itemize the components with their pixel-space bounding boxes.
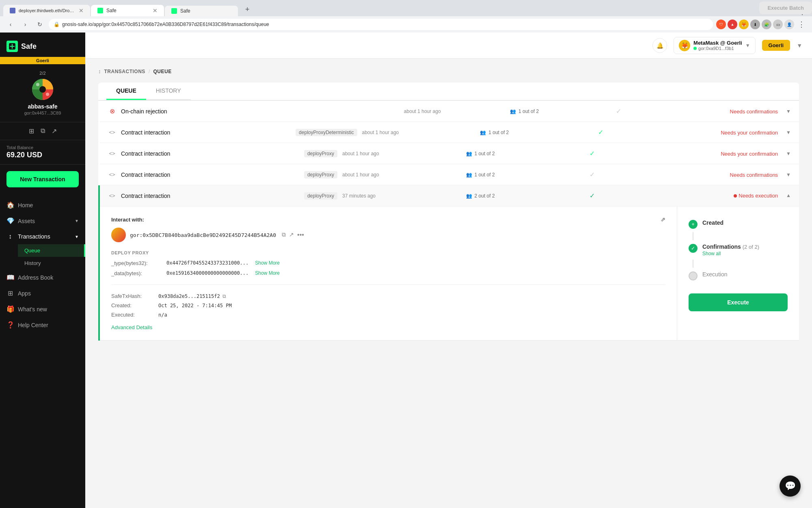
table-row[interactable]: <> Contract interaction deployProxy 37 m… bbox=[100, 185, 799, 206]
chat-fab-button[interactable]: 💬 bbox=[780, 475, 801, 497]
transaction-list: ⊗ On-chain rejection about 1 hour ago 👥 … bbox=[98, 101, 799, 341]
tab-queue[interactable]: QUEUE bbox=[106, 82, 146, 100]
tx-chevron-2[interactable]: ▼ bbox=[786, 130, 791, 135]
refresh-btn[interactable]: ↻ bbox=[34, 19, 45, 30]
sidebar-item-queue[interactable]: Queue bbox=[18, 244, 85, 257]
execute-button[interactable]: Execute bbox=[689, 293, 788, 311]
timeline-line-2 bbox=[693, 260, 693, 268]
show-more-2[interactable]: Show More bbox=[255, 270, 280, 276]
tx-method-2: deployProxyDeterministic bbox=[296, 129, 357, 136]
sidebar-item-help[interactable]: ❓ Help Center bbox=[0, 317, 85, 333]
confirmations-count: (2 of 2) bbox=[743, 244, 759, 250]
copy-contract-icon[interactable]: ⧉ bbox=[282, 231, 286, 239]
assets-icon: 💎 bbox=[6, 217, 14, 225]
brave-shield-icon[interactable]: 🛡 bbox=[716, 20, 726, 29]
sidebar-item-apps[interactable]: ⊞ Apps bbox=[0, 285, 85, 301]
network-chevron-icon[interactable]: ▼ bbox=[797, 42, 802, 49]
safe-logo-text: Safe bbox=[21, 42, 37, 51]
metamask-fox-icon[interactable]: 🦊 bbox=[739, 20, 749, 29]
puzzle-icon[interactable]: 🧩 bbox=[762, 20, 771, 29]
transactions-icon: ↕ bbox=[6, 233, 14, 240]
new-tab-btn[interactable]: + bbox=[239, 3, 256, 16]
tx-row-wrapper-5: <> Contract interaction deployProxy 37 m… bbox=[98, 185, 799, 341]
browser-tab-3[interactable]: Safe bbox=[165, 6, 238, 16]
browser-tab-1[interactable]: deployer.thirdweb.eth/DropERC721 ✕ bbox=[3, 5, 90, 16]
share-icon[interactable]: ⇗ bbox=[661, 216, 665, 223]
timeline: + Created ✓ bbox=[689, 216, 788, 284]
tx-method-3: deployProxy bbox=[304, 150, 337, 157]
tx-chevron-4[interactable]: ▼ bbox=[786, 172, 791, 178]
download-icon[interactable]: ⬇ bbox=[750, 20, 760, 29]
address-book-icon: 📖 bbox=[6, 274, 14, 281]
timeline-execution: Execution bbox=[689, 268, 788, 284]
address-bar[interactable]: 🔒 gnosis-safe.io/app/gor:0x44570c8517066… bbox=[49, 19, 713, 30]
created-timeline-label: Created bbox=[702, 219, 723, 226]
more-browser-btn[interactable]: ⋮ bbox=[796, 19, 807, 30]
status-dot bbox=[734, 194, 737, 198]
table-row[interactable]: <> Contract interaction deployProxyDeter… bbox=[100, 122, 799, 143]
tx-chevron-3[interactable]: ▼ bbox=[786, 151, 791, 156]
timeline-created: + Created bbox=[689, 216, 788, 232]
sidebar-item-assets[interactable]: 💎 Assets ▼ bbox=[0, 213, 85, 229]
cast-icon[interactable]: ▭ bbox=[773, 20, 783, 29]
breadcrumb: ↕ TRANSACTIONS / QUEUE bbox=[98, 68, 799, 74]
gift-icon: 🎁 bbox=[6, 305, 14, 313]
show-more-1[interactable]: Show More bbox=[255, 260, 280, 266]
safe-logo-icon bbox=[6, 41, 18, 52]
execute-batch-button[interactable]: Execute Batch bbox=[759, 2, 812, 14]
sidebar-item-address-book[interactable]: 📖 Address Book bbox=[0, 269, 85, 285]
svg-point-7 bbox=[46, 93, 49, 96]
wallet-name: MetaMask @ Goerli bbox=[693, 40, 742, 46]
help-icon: ❓ bbox=[6, 321, 14, 329]
brave-ext-icon[interactable]: ▲ bbox=[728, 20, 737, 29]
safe-tx-hash-label: SafeTxHash: bbox=[111, 293, 152, 299]
account-icon[interactable]: 👤 bbox=[784, 20, 794, 29]
back-btn[interactable]: ‹ bbox=[5, 19, 16, 30]
copy-hash-icon[interactable]: ⧉ bbox=[222, 293, 226, 299]
wallet-info[interactable]: 🦊 MetaMask @ Goerli gor:0xa9D1...f3b1 ▼ bbox=[674, 37, 756, 54]
forward-btn[interactable]: › bbox=[19, 19, 31, 30]
field-value-2: 0xe1591634000000000000000... bbox=[166, 270, 248, 276]
sidebar-item-home[interactable]: 🏠 Home bbox=[0, 197, 85, 213]
more-options-icon[interactable]: ••• bbox=[297, 231, 304, 239]
assets-label: Assets bbox=[18, 218, 35, 224]
created-value: Oct 25, 2022 - 7:14:45 PM bbox=[158, 302, 232, 308]
sidebar-item-history[interactable]: History bbox=[18, 257, 85, 269]
tx-chevron-1[interactable]: ▼ bbox=[786, 109, 791, 114]
table-row[interactable]: <> Contract interaction deployProxy abou… bbox=[100, 164, 799, 185]
breadcrumb-parent[interactable]: TRANSACTIONS bbox=[104, 69, 145, 74]
breadcrumb-icon: ↕ bbox=[98, 68, 101, 74]
tx-name-2: Contract interaction bbox=[121, 129, 291, 136]
close-tab-2[interactable]: ✕ bbox=[153, 7, 158, 14]
sidebar-item-transactions[interactable]: ↕ Transactions ▼ bbox=[0, 229, 85, 244]
tx-collapse-5[interactable]: ▼ bbox=[786, 193, 791, 199]
tx-row-wrapper-4: <> Contract interaction deployProxy abou… bbox=[98, 164, 799, 185]
safe-tx-hash-row: SafeTxHash: 0x938da2e5...215115f2 ⧉ bbox=[111, 293, 665, 299]
notification-button[interactable]: 🔔 bbox=[652, 38, 667, 53]
sidebar-item-whats-new[interactable]: 🎁 What's new bbox=[0, 301, 85, 317]
external-link-icon[interactable]: ↗ bbox=[52, 127, 57, 135]
network-button[interactable]: Goerli bbox=[762, 40, 790, 51]
copy-address-icon[interactable]: ⧉ bbox=[41, 127, 45, 135]
timeline-confirmations: ✓ Confirmations (2 of 2) Show all bbox=[689, 240, 788, 260]
timeline-line-1 bbox=[693, 232, 693, 240]
home-icon: 🏠 bbox=[6, 201, 14, 209]
browser-tab-2[interactable]: Safe ✕ bbox=[91, 5, 164, 16]
status-text-1: Needs confirmations bbox=[730, 109, 778, 115]
wallet-address: gor:0xa9D1...f3b1 bbox=[693, 46, 742, 51]
table-row[interactable]: ⊗ On-chain rejection about 1 hour ago 👥 … bbox=[100, 101, 799, 122]
close-tab-1[interactable]: ✕ bbox=[79, 7, 84, 14]
rejection-icon: ⊗ bbox=[108, 107, 116, 115]
show-all-link[interactable]: Show all bbox=[702, 251, 759, 256]
table-row[interactable]: <> Contract interaction deployProxy abou… bbox=[100, 143, 799, 164]
new-transaction-button[interactable]: New Transaction bbox=[6, 171, 79, 187]
contract-avatar bbox=[111, 228, 126, 242]
deploy-proxy-section: DEPLOY PROXY _type(bytes32): 0x44726f704… bbox=[111, 250, 665, 276]
confirmations-timeline-label: Confirmations (2 of 2) bbox=[702, 243, 759, 250]
grid-icon[interactable]: ⊞ bbox=[29, 127, 34, 135]
created-label: Created: bbox=[111, 302, 152, 308]
open-contract-icon[interactable]: ↗ bbox=[289, 231, 294, 239]
advanced-details-link[interactable]: Advanced Details bbox=[111, 324, 152, 330]
tab-history[interactable]: HISTORY bbox=[146, 82, 191, 100]
tx-name-4: Contract interaction bbox=[121, 172, 299, 178]
